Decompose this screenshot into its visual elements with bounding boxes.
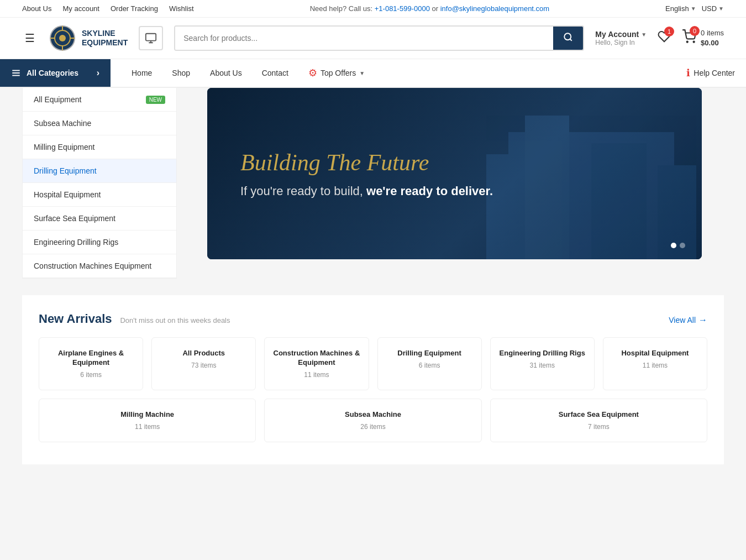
section-title: New Arrivals [39, 312, 112, 326]
nav-links: Home Shop About Us Contact ⚙ Top Offers … [111, 59, 675, 87]
chevron-down-icon: ▼ [718, 6, 724, 12]
categories-sidebar: All EquipmentNEWSubsea MachineMilling Eq… [22, 88, 177, 279]
category-card-row2-0[interactable]: Milling Machine11 items [39, 399, 256, 442]
hero-dot-2[interactable] [680, 243, 685, 248]
cart-badge: 0 [690, 26, 700, 36]
card-title: Milling Machine [48, 410, 247, 420]
hamburger-button[interactable]: ☰ [22, 29, 38, 48]
card-title: Airplane Engines & Equipment [48, 349, 134, 368]
hero-section-wrapper: All EquipmentNEWSubsea MachineMilling Eq… [22, 88, 724, 279]
category-card-row1-1[interactable]: All Products73 items [151, 337, 256, 390]
nav-contact[interactable]: Contact [252, 61, 298, 85]
language-selector[interactable]: English ▼ [665, 4, 696, 13]
category-cards-row1: Airplane Engines & Equipment6 itemsAll P… [39, 337, 707, 390]
logo-text: SKYLINE EQUIPMENT [82, 29, 128, 48]
order-tracking-link[interactable]: Order Tracking [111, 4, 158, 13]
nav-home[interactable]: Home [122, 61, 162, 85]
hero-dot-1[interactable] [671, 243, 676, 248]
card-count: 11 items [273, 371, 360, 379]
category-card-row2-1[interactable]: Subsea Machine26 items [264, 399, 481, 442]
my-account-link[interactable]: My account [62, 4, 99, 13]
category-item-1[interactable]: Subsea Machine [23, 112, 176, 135]
svg-line-9 [570, 39, 572, 40]
currency-selector[interactable]: USD ▼ [702, 4, 724, 13]
card-title: Drilling Equipment [386, 349, 473, 358]
logo[interactable]: SKYLINE EQUIPMENT [49, 24, 128, 52]
card-count: 31 items [499, 362, 586, 369]
top-bar: About Us My account Order Tracking Wishl… [0, 0, 746, 18]
help-center-button[interactable]: ℹ Help Center [675, 59, 746, 87]
svg-point-11 [694, 41, 695, 43]
svg-rect-7 [146, 34, 156, 41]
category-card-row1-4[interactable]: Engineering Drilling Rigs31 items [490, 337, 595, 390]
chevron-down-icon: ▼ [691, 6, 696, 12]
nav-shop[interactable]: Shop [162, 61, 200, 85]
new-arrivals-section: New Arrivals Don't miss out on this week… [22, 295, 724, 464]
hero-dots [671, 243, 685, 248]
card-count: 6 items [48, 371, 134, 379]
new-badge: NEW [146, 96, 165, 104]
svg-point-2 [59, 35, 66, 41]
hero-banner: Building The Future If you're ready to b… [207, 88, 702, 259]
header: ☰ SKYLINE EQUIPMENT [0, 18, 746, 59]
category-item-5[interactable]: Surface Sea Equipment [23, 207, 176, 231]
card-count: 26 items [273, 423, 472, 431]
top-offers-icon: ⚙ [308, 67, 317, 79]
shop-icon-button[interactable] [139, 26, 163, 50]
card-count: 73 items [160, 362, 247, 369]
section-header: New Arrivals Don't miss out on this week… [39, 312, 707, 326]
category-item-4[interactable]: Hospital Equipment [23, 183, 176, 207]
view-all-button[interactable]: View All → [669, 315, 707, 325]
my-account-menu[interactable]: My Account ▼ Hello, Sign In [595, 30, 647, 46]
nav-bar: All Categories › Home Shop About Us Cont… [0, 59, 746, 88]
help-icon: ℹ [686, 67, 690, 79]
search-button[interactable] [553, 27, 583, 50]
category-card-row1-2[interactable]: Construction Machines & Equipment11 item… [264, 337, 369, 390]
hero-subtitle: If you're ready to build, we're ready to… [240, 184, 669, 198]
svg-point-8 [565, 33, 571, 40]
card-title: All Products [160, 349, 247, 358]
category-item-6[interactable]: Engineering Drilling Rigs [23, 231, 176, 254]
nav-top-offers[interactable]: ⚙ Top Offers ▼ [298, 59, 375, 87]
card-title: Hospital Equipment [612, 349, 698, 358]
category-card-row1-0[interactable]: Airplane Engines & Equipment6 items [39, 337, 143, 390]
category-cards-row2: Milling Machine11 itemsSubsea Machine26 … [39, 399, 707, 442]
cart-button[interactable]: 0 [682, 29, 696, 47]
phone-link[interactable]: +1-081-599-0000 [375, 4, 430, 13]
category-item-0[interactable]: All EquipmentNEW [23, 88, 176, 112]
card-title: Subsea Machine [273, 410, 472, 420]
about-us-link[interactable]: About Us [22, 4, 51, 13]
wishlist-button[interactable]: 1 [658, 30, 671, 46]
category-card-row1-5[interactable]: Hospital Equipment11 items [603, 337, 707, 390]
card-count: 6 items [386, 362, 473, 369]
nav-about[interactable]: About Us [200, 61, 252, 85]
arrow-right-icon: → [698, 315, 707, 325]
search-input[interactable] [175, 27, 553, 50]
all-categories-button[interactable]: All Categories › [0, 59, 111, 87]
chevron-down-icon: ▼ [641, 32, 647, 38]
expand-icon: › [97, 68, 99, 78]
hero-area: Building The Future If you're ready to b… [177, 88, 724, 279]
wishlist-link[interactable]: Wishlist [169, 4, 194, 13]
category-item-2[interactable]: Milling Equipment [23, 135, 176, 159]
card-title: Construction Machines & Equipment [273, 349, 360, 368]
email-link[interactable]: info@skylineglobalequipment.com [440, 4, 549, 13]
header-right: My Account ▼ Hello, Sign In 1 0 0 items [595, 28, 724, 48]
help-text: Need help? Call us: +1-081-599-0000 or i… [310, 4, 550, 13]
category-card-row2-2[interactable]: Surface Sea Equipment7 items [490, 399, 707, 442]
card-count: 11 items [48, 423, 247, 431]
section-subtitle: Don't miss out on this weeks deals [120, 316, 230, 325]
svg-point-10 [687, 41, 688, 43]
chevron-down-icon: ▼ [359, 70, 365, 76]
card-title: Surface Sea Equipment [499, 410, 698, 420]
card-count: 11 items [612, 362, 698, 369]
category-item-7[interactable]: Construction Machines Equipment [23, 254, 176, 278]
hero-title: Building The Future [240, 149, 669, 176]
search-bar [174, 25, 584, 51]
card-count: 7 items [499, 423, 698, 431]
category-item-3[interactable]: Drilling Equipment [23, 159, 176, 183]
cart-info: 0 items $0.00 [701, 28, 724, 48]
cart-area: 0 0 items $0.00 [682, 28, 724, 48]
card-title: Engineering Drilling Rigs [499, 349, 586, 358]
category-card-row1-3[interactable]: Drilling Equipment6 items [377, 337, 482, 390]
